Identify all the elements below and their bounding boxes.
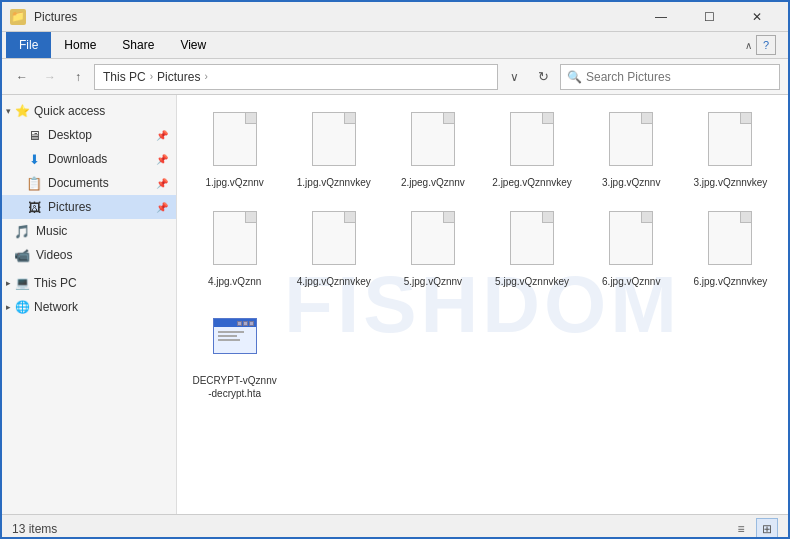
file-icon xyxy=(407,211,459,271)
sidebar: ▾ ⭐ Quick access 🖥 Desktop 📌 ⬇ Downloads… xyxy=(2,95,177,514)
hta-file-icon xyxy=(209,310,261,370)
forward-button[interactable]: → xyxy=(38,65,62,89)
refresh-button[interactable]: ↻ xyxy=(530,64,556,90)
grid-view-button[interactable]: ⊞ xyxy=(756,518,778,540)
search-icon: 🔍 xyxy=(567,70,582,84)
pin-icon: 📌 xyxy=(156,154,168,165)
file-name: DECRYPT-vQznnv-decrypt.hta xyxy=(192,374,277,400)
minimize-button[interactable]: — xyxy=(638,2,684,32)
sidebar-label-music: Music xyxy=(36,224,67,238)
chevron-icon: ▸ xyxy=(6,278,11,288)
file-item[interactable]: 4.jpg.vQznn xyxy=(187,204,282,295)
window-title: Pictures xyxy=(34,10,77,24)
help-button[interactable]: ? xyxy=(756,35,776,55)
item-count: 13 items xyxy=(12,522,57,536)
this-pc-icon: 💻 xyxy=(15,276,30,290)
file-item[interactable]: 2.jpeg.vQznnv xyxy=(385,105,480,196)
app-icon: 📁 xyxy=(10,9,26,25)
file-icon xyxy=(506,112,558,172)
music-icon: 🎵 xyxy=(14,223,30,239)
address-path[interactable]: This PC › Pictures › xyxy=(94,64,498,90)
search-box[interactable]: 🔍 xyxy=(560,64,780,90)
file-icon xyxy=(605,211,657,271)
sidebar-section-quick-access[interactable]: ▾ ⭐ Quick access xyxy=(2,99,176,123)
this-pc-label: This PC xyxy=(34,276,77,290)
file-name: 6.jpg.vQznnvkey xyxy=(693,275,767,288)
tab-home[interactable]: Home xyxy=(51,32,109,58)
file-name: 2.jpeg.vQznnvkey xyxy=(492,176,572,189)
sidebar-item-documents[interactable]: 📋 Documents 📌 xyxy=(2,171,176,195)
search-input[interactable] xyxy=(586,70,773,84)
title-bar: 📁 Pictures — ☐ ✕ xyxy=(2,2,788,32)
chevron-icon: ▾ xyxy=(6,106,11,116)
title-bar-title: Pictures xyxy=(34,10,638,24)
status-bar: 13 items ≡ ⊞ xyxy=(2,514,788,539)
maximize-button[interactable]: ☐ xyxy=(686,2,732,32)
back-button[interactable]: ← xyxy=(10,65,34,89)
network-icon: 🌐 xyxy=(15,300,30,314)
file-name: 4.jpg.vQznn xyxy=(208,275,261,288)
title-bar-controls: — ☐ ✕ xyxy=(638,2,780,32)
file-grid: 1.jpg.vQznnv 1.jpg.vQznnvkey 2.jpeg.vQzn… xyxy=(187,105,778,407)
pin-icon: 📌 xyxy=(156,130,168,141)
ribbon-collapse[interactable]: ∧ ? xyxy=(737,35,784,55)
pin-icon: 📌 xyxy=(156,178,168,189)
tab-share[interactable]: Share xyxy=(109,32,167,58)
file-icon xyxy=(704,112,756,172)
path-item-pictures[interactable]: Pictures xyxy=(157,70,200,84)
path-separator-2: › xyxy=(204,71,207,82)
file-icon xyxy=(506,211,558,271)
sidebar-section-this-pc[interactable]: ▸ 💻 This PC xyxy=(2,271,176,295)
file-item[interactable]: 1.jpg.vQznnv xyxy=(187,105,282,196)
address-dropdown[interactable]: ∨ xyxy=(502,65,526,89)
sidebar-label-videos: Videos xyxy=(36,248,72,262)
sidebar-item-downloads[interactable]: ⬇ Downloads 📌 xyxy=(2,147,176,171)
file-item[interactable]: 3.jpg.vQznnvkey xyxy=(683,105,778,196)
file-name: 4.jpg.vQznnvkey xyxy=(297,275,371,288)
path-item-this-pc[interactable]: This PC xyxy=(103,70,146,84)
sidebar-item-desktop[interactable]: 🖥 Desktop 📌 xyxy=(2,123,176,147)
network-label: Network xyxy=(34,300,78,314)
file-name: 3.jpg.vQznnv xyxy=(602,176,660,189)
path-separator-1: › xyxy=(150,71,153,82)
sidebar-label-pictures: Pictures xyxy=(48,200,91,214)
videos-icon: 📹 xyxy=(14,247,30,263)
file-icon xyxy=(407,112,459,172)
file-item[interactable]: 6.jpg.vQznnv xyxy=(584,204,679,295)
file-item[interactable]: 5.jpg.vQznnv xyxy=(385,204,480,295)
chevron-icon: ∧ xyxy=(745,40,752,51)
address-bar: ← → ↑ This PC › Pictures › ∨ ↻ 🔍 xyxy=(2,59,788,95)
sidebar-item-videos[interactable]: 📹 Videos xyxy=(2,243,176,267)
file-item[interactable]: 4.jpg.vQznnvkey xyxy=(286,204,381,295)
up-button[interactable]: ↑ xyxy=(66,65,90,89)
sidebar-label-documents: Documents xyxy=(48,176,109,190)
title-bar-icons: 📁 xyxy=(10,9,26,25)
file-item[interactable]: 5.jpg.vQznnvkey xyxy=(484,204,579,295)
pin-icon: 📌 xyxy=(156,202,168,213)
file-item[interactable]: 1.jpg.vQznnvkey xyxy=(286,105,381,196)
main-layout: ▾ ⭐ Quick access 🖥 Desktop 📌 ⬇ Downloads… xyxy=(2,95,788,514)
desktop-icon: 🖥 xyxy=(26,127,42,143)
downloads-icon: ⬇ xyxy=(26,151,42,167)
file-name: 6.jpg.vQznnv xyxy=(602,275,660,288)
file-item-hta[interactable]: DECRYPT-vQznnv-decrypt.hta xyxy=(187,303,282,407)
documents-icon: 📋 xyxy=(26,175,42,191)
file-item[interactable]: 2.jpeg.vQznnvkey xyxy=(484,105,579,196)
quick-access-icon: ⭐ xyxy=(15,104,30,118)
sidebar-item-pictures[interactable]: 🖼 Pictures 📌 xyxy=(2,195,176,219)
tab-file[interactable]: File xyxy=(6,32,51,58)
close-button[interactable]: ✕ xyxy=(734,2,780,32)
sidebar-label-desktop: Desktop xyxy=(48,128,92,142)
sidebar-item-music[interactable]: 🎵 Music xyxy=(2,219,176,243)
file-name: 3.jpg.vQznnvkey xyxy=(693,176,767,189)
file-icon xyxy=(209,112,261,172)
sidebar-section-network[interactable]: ▸ 🌐 Network xyxy=(2,295,176,319)
file-item[interactable]: 6.jpg.vQznnvkey xyxy=(683,204,778,295)
file-icon xyxy=(308,112,360,172)
file-icon xyxy=(308,211,360,271)
tab-view[interactable]: View xyxy=(167,32,219,58)
file-name: 1.jpg.vQznnv xyxy=(205,176,263,189)
file-item[interactable]: 3.jpg.vQznnv xyxy=(584,105,679,196)
file-icon xyxy=(605,112,657,172)
list-view-button[interactable]: ≡ xyxy=(730,518,752,540)
